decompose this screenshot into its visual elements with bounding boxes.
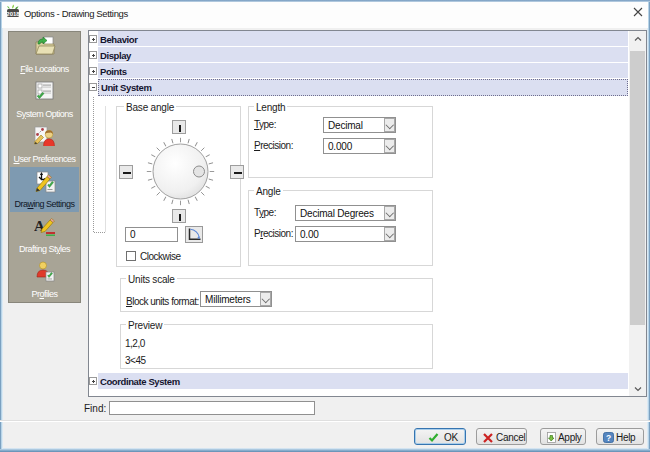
svg-text:2018: 2018 (6, 11, 20, 17)
